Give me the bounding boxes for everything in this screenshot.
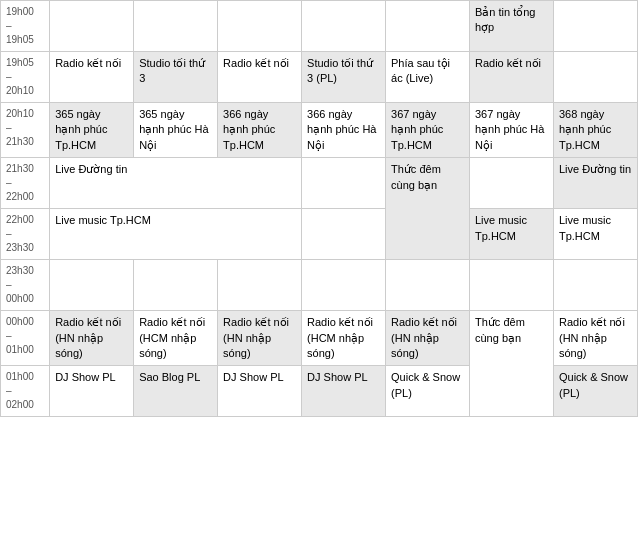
program-cell bbox=[386, 1, 470, 52]
table-row: 20h10–21h30 365 ngày hạnh phúc Tp.HCM 36… bbox=[1, 103, 638, 158]
program-cell: Radio kết nối (HN nhập sóng) bbox=[386, 311, 470, 366]
program-cell: Radio kết nối (HN nhập sóng) bbox=[50, 311, 134, 366]
program-cell: Quick & Snow (PL) bbox=[386, 366, 470, 417]
schedule-table: 19h00–19h05 Bản tin tổng hợp 19h05–20h10… bbox=[0, 0, 638, 417]
program-cell: Quick & Snow (PL) bbox=[553, 366, 637, 417]
program-cell bbox=[553, 52, 637, 103]
program-cell: 365 ngày hạnh phúc Tp.HCM bbox=[50, 103, 134, 158]
program-cell: 366 ngày hạnh phúc Hà Nội bbox=[302, 103, 386, 158]
program-cell: Radio kết nối bbox=[470, 52, 554, 103]
table-row: 19h05–20h10 Radio kết nối Studio tối thứ… bbox=[1, 52, 638, 103]
program-cell bbox=[302, 209, 386, 260]
program-cell: Bản tin tổng hợp bbox=[470, 1, 554, 52]
program-cell bbox=[302, 260, 386, 311]
program-cell: Radio kết nối (HCM nhập sóng) bbox=[302, 311, 386, 366]
program-cell bbox=[50, 1, 134, 52]
program-cell bbox=[134, 260, 218, 311]
program-cell: Studio tối thứ 3 bbox=[134, 52, 218, 103]
program-cell: Sao Blog PL bbox=[134, 366, 218, 417]
program-cell: 367 ngày hạnh phúc Tp.HCM bbox=[386, 103, 470, 158]
program-cell bbox=[50, 260, 134, 311]
program-cell bbox=[553, 1, 637, 52]
program-cell: Radio kết nối (HN nhập sóng) bbox=[218, 311, 302, 366]
program-cell: Live music Tp.HCM bbox=[50, 209, 302, 260]
program-cell: DJ Show PL bbox=[302, 366, 386, 417]
time-cell: 21h30–22h00 bbox=[1, 158, 50, 209]
program-cell: 366 ngày hạnh phúc Tp.HCM bbox=[218, 103, 302, 158]
program-cell: DJ Show PL bbox=[218, 366, 302, 417]
program-cell: 365 ngày hạnh phúc Hà Nội bbox=[134, 103, 218, 158]
table-row: 22h00–23h30 Live music Tp.HCM Live music… bbox=[1, 209, 638, 260]
program-cell bbox=[218, 260, 302, 311]
program-cell: Radio kết nối (HCM nhập sóng) bbox=[134, 311, 218, 366]
program-cell bbox=[470, 260, 554, 311]
time-cell: 00h00–01h00 bbox=[1, 311, 50, 366]
program-cell: Radio kết nối bbox=[50, 52, 134, 103]
program-cell: 368 ngày hạnh phúc Tp.HCM bbox=[553, 103, 637, 158]
program-cell bbox=[470, 158, 554, 209]
time-cell: 20h10–21h30 bbox=[1, 103, 50, 158]
table-row: 23h30–00h00 bbox=[1, 260, 638, 311]
program-cell: Radio kết nối (HN nhập sóng) bbox=[553, 311, 637, 366]
time-cell: 19h05–20h10 bbox=[1, 52, 50, 103]
program-cell: DJ Show PL bbox=[50, 366, 134, 417]
table-row: 00h00–01h00 Radio kết nối (HN nhập sóng)… bbox=[1, 311, 638, 366]
program-cell: Live Đường tin bbox=[50, 158, 302, 209]
program-cell bbox=[302, 158, 386, 209]
program-cell: Thức đêm cùng bạn bbox=[386, 158, 470, 260]
program-cell: Live music Tp.HCM bbox=[470, 209, 554, 260]
program-cell bbox=[302, 1, 386, 52]
program-cell bbox=[218, 1, 302, 52]
table-row: 19h00–19h05 Bản tin tổng hợp bbox=[1, 1, 638, 52]
program-cell: 367 ngày hạnh phúc Hà Nội bbox=[470, 103, 554, 158]
table-row: 21h30–22h00 Live Đường tin Thức đêm cùng… bbox=[1, 158, 638, 209]
time-cell: 01h00–02h00 bbox=[1, 366, 50, 417]
program-cell bbox=[134, 1, 218, 52]
program-cell: Radio kết nối bbox=[218, 52, 302, 103]
time-cell: 23h30–00h00 bbox=[1, 260, 50, 311]
program-cell bbox=[386, 260, 470, 311]
program-cell: Live Đường tin bbox=[553, 158, 637, 209]
time-cell: 19h00–19h05 bbox=[1, 1, 50, 52]
program-cell: Studio tối thứ 3 (PL) bbox=[302, 52, 386, 103]
program-cell bbox=[553, 260, 637, 311]
program-cell: Live music Tp.HCM bbox=[553, 209, 637, 260]
program-cell: Phía sau tội ác (Live) bbox=[386, 52, 470, 103]
program-cell: Thức đêm cùng bạn bbox=[470, 311, 554, 417]
time-cell: 22h00–23h30 bbox=[1, 209, 50, 260]
